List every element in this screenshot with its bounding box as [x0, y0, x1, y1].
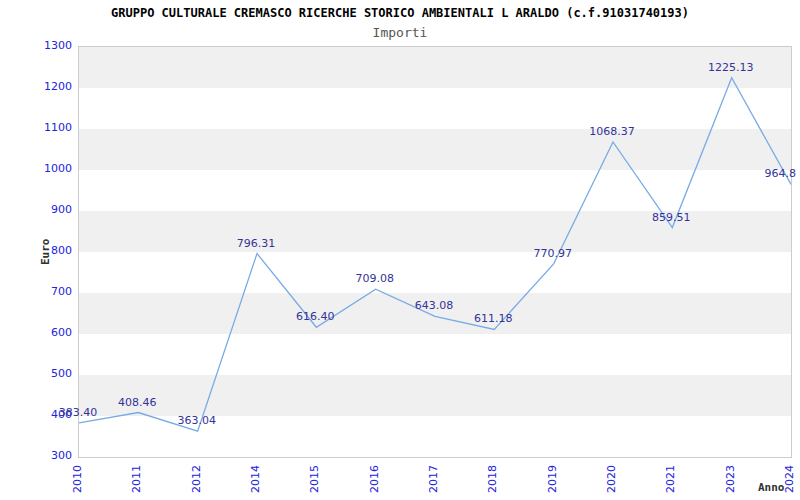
y-tick-label: 1100 — [26, 121, 72, 135]
chart-title: GRUPPO CULTURALE CREMASCO RICERCHE STORI… — [0, 6, 800, 20]
data-point-label: 1068.37 — [562, 125, 662, 138]
data-point-label: 363.04 — [147, 414, 247, 427]
data-point-label: 643.08 — [384, 299, 484, 312]
data-point-label: 616.40 — [265, 310, 365, 323]
data-point-label: 859.51 — [621, 211, 721, 224]
x-tick-label: 2023 — [725, 465, 737, 493]
x-tick-label: 2019 — [547, 465, 559, 493]
y-tick-label: 700 — [26, 285, 72, 299]
y-tick-label: 300 — [26, 449, 72, 463]
data-point-label: 796.31 — [206, 237, 306, 250]
series-polyline — [79, 78, 791, 431]
data-point-label: 770.97 — [503, 247, 603, 260]
data-point-label: 408.46 — [87, 396, 187, 409]
x-tick-label: 2021 — [665, 465, 677, 493]
chart-subtitle: Importi — [0, 25, 800, 40]
chart-container: GRUPPO CULTURALE CREMASCO RICERCHE STORI… — [0, 0, 800, 500]
x-tick-label: 2016 — [369, 465, 381, 493]
x-tick-label: 2017 — [428, 465, 440, 493]
data-point-label: 964.8 — [696, 167, 796, 180]
y-tick-label: 1200 — [26, 80, 72, 94]
data-point-label: 1225.13 — [681, 61, 781, 74]
y-tick-label: 900 — [26, 203, 72, 217]
x-tick-label: 2010 — [72, 465, 84, 493]
x-tick-label: 2014 — [250, 465, 262, 493]
x-tick-label: 2018 — [487, 465, 499, 493]
y-tick-label: 600 — [26, 326, 72, 340]
x-tick-label: 2012 — [191, 465, 203, 493]
x-tick-label: 2015 — [309, 465, 321, 493]
x-tick-label: 2024 — [784, 465, 796, 493]
x-axis-title: Anno — [758, 482, 785, 494]
x-tick-label: 2011 — [131, 465, 143, 493]
y-tick-label: 1300 — [26, 39, 72, 53]
y-tick-label: 500 — [26, 367, 72, 381]
data-point-label: 709.08 — [325, 272, 425, 285]
x-tick-label: 2020 — [606, 465, 618, 493]
y-axis-title: Euro — [40, 239, 52, 266]
y-tick-label: 1000 — [26, 162, 72, 176]
data-point-label: 611.18 — [443, 312, 543, 325]
